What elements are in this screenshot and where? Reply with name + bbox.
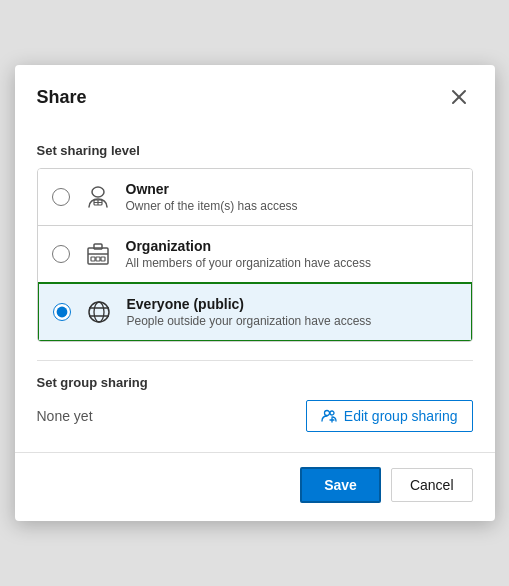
svg-rect-11: [91, 257, 95, 261]
sharing-level-label: Set sharing level: [37, 143, 473, 158]
everyone-radio[interactable]: [53, 303, 71, 321]
svg-rect-13: [101, 257, 105, 261]
group-sharing-row: None yet Edit group sharing: [37, 400, 473, 452]
organization-option-desc: All members of your organization have ac…: [126, 256, 371, 270]
svg-point-19: [330, 411, 334, 415]
dialog-footer: Save Cancel: [15, 452, 495, 521]
owner-option[interactable]: Owner Owner of the item(s) has access: [38, 169, 472, 226]
owner-radio[interactable]: [52, 188, 70, 206]
close-icon: [451, 89, 467, 105]
organization-option-text: Organization All members of your organiz…: [126, 238, 371, 270]
organization-icon: [82, 238, 114, 270]
close-button[interactable]: [445, 83, 473, 111]
svg-rect-7: [94, 244, 102, 249]
organization-option[interactable]: Organization All members of your organiz…: [38, 226, 472, 283]
dialog-header: Share: [15, 65, 495, 125]
share-dialog: Share Set sharing level: [15, 65, 495, 521]
owner-option-text: Owner Owner of the item(s) has access: [126, 181, 298, 213]
svg-rect-6: [88, 248, 108, 264]
owner-option-desc: Owner of the item(s) has access: [126, 199, 298, 213]
edit-group-button-label: Edit group sharing: [344, 408, 458, 424]
everyone-option-name: Everyone (public): [127, 296, 372, 312]
edit-group-icon: [321, 408, 337, 424]
everyone-option-text: Everyone (public) People outside your or…: [127, 296, 372, 328]
owner-option-name: Owner: [126, 181, 298, 197]
everyone-option[interactable]: Everyone (public) People outside your or…: [37, 282, 473, 342]
save-button[interactable]: Save: [300, 467, 381, 503]
everyone-option-desc: People outside your organization have ac…: [127, 314, 372, 328]
section-divider: [37, 360, 473, 361]
everyone-icon: [83, 296, 115, 328]
group-sharing-label: Set group sharing: [37, 375, 473, 390]
svg-point-18: [324, 411, 329, 416]
svg-point-14: [89, 302, 109, 322]
cancel-button[interactable]: Cancel: [391, 468, 473, 502]
dialog-body: Set sharing level Owner Owner of the: [15, 125, 495, 452]
organization-option-name: Organization: [126, 238, 371, 254]
svg-rect-12: [96, 257, 100, 261]
edit-group-sharing-button[interactable]: Edit group sharing: [306, 400, 473, 432]
svg-rect-2: [92, 187, 104, 197]
svg-point-15: [94, 302, 104, 322]
dialog-title: Share: [37, 87, 87, 108]
owner-icon: [82, 181, 114, 213]
sharing-level-radio-group: Owner Owner of the item(s) has access: [37, 168, 473, 342]
none-yet-label: None yet: [37, 408, 93, 424]
organization-radio[interactable]: [52, 245, 70, 263]
